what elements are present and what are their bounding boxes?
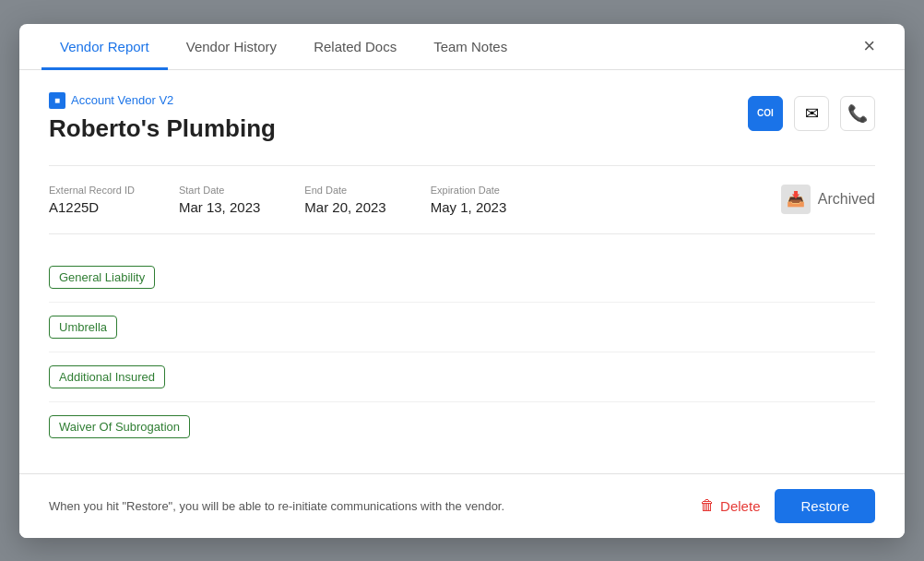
footer-info-text: When you hit "Restore", you will be able…	[49, 499, 685, 513]
end-date-value: Mar 20, 2023	[304, 199, 385, 215]
tag-additional-insured: Additional Insured	[49, 365, 165, 388]
external-record-field: External Record ID A1225D	[49, 185, 135, 215]
divider-2	[49, 233, 875, 234]
end-date-label: End Date	[304, 185, 385, 196]
vendor-report-modal: Vendor Report Vendor History Related Doc…	[19, 24, 905, 538]
tag-row-additional-insured: Additional Insured	[49, 352, 875, 402]
vendor-header: ■ Account Vendor V2 Roberto's Plumbing C…	[49, 92, 875, 147]
vendor-name: Roberto's Plumbing	[49, 114, 276, 143]
mail-icon: ✉	[805, 103, 819, 124]
end-date-field: End Date Mar 20, 2023	[304, 185, 385, 215]
email-button[interactable]: ✉	[794, 96, 829, 131]
tag-row-waiver-of-subrogation: Waiver Of Subrogation	[49, 402, 875, 451]
delete-label: Delete	[720, 498, 760, 514]
external-record-value: A1225D	[49, 199, 135, 215]
tab-team-notes[interactable]: Team Notes	[415, 24, 526, 70]
archived-label: Archived	[818, 191, 875, 208]
trash-icon: 🗑	[700, 497, 715, 514]
tags-section: General Liability Umbrella Additional In…	[49, 253, 875, 451]
document-icon: ■	[49, 92, 65, 109]
modal-body: ■ Account Vendor V2 Roberto's Plumbing C…	[19, 70, 905, 473]
close-button[interactable]: ×	[856, 29, 883, 64]
restore-button[interactable]: Restore	[775, 489, 875, 523]
delete-button[interactable]: 🗑 Delete	[700, 497, 760, 514]
archived-badge: 📥 Archived	[781, 185, 875, 214]
tag-row-umbrella: Umbrella	[49, 303, 875, 352]
phone-button[interactable]: 📞	[840, 96, 875, 131]
tag-waiver-of-subrogation: Waiver Of Subrogation	[49, 415, 190, 438]
dates-row: External Record ID A1225D Start Date Mar…	[49, 185, 875, 215]
action-icons: COI ✉ 📞	[748, 96, 875, 131]
expiration-date-field: Expiration Date May 1, 2023	[431, 185, 507, 215]
start-date-field: Start Date Mar 13, 2023	[179, 185, 260, 215]
tag-row-general-liability: General Liability	[49, 253, 875, 303]
modal-footer: When you hit "Restore", you will be able…	[19, 473, 905, 538]
tag-general-liability: General Liability	[49, 266, 155, 289]
coi-button[interactable]: COI	[748, 96, 783, 131]
coi-label: COI	[757, 108, 774, 118]
vendor-type-label: Account Vendor V2	[71, 93, 173, 107]
divider-1	[49, 165, 875, 166]
start-date-value: Mar 13, 2023	[179, 199, 260, 215]
start-date-label: Start Date	[179, 185, 260, 196]
tab-bar: Vendor Report Vendor History Related Doc…	[19, 24, 905, 70]
expiration-date-label: Expiration Date	[431, 185, 507, 196]
external-record-label: External Record ID	[49, 185, 135, 196]
tag-umbrella: Umbrella	[49, 316, 117, 339]
tab-related-docs[interactable]: Related Docs	[295, 24, 415, 70]
archived-icon: 📥	[781, 185, 811, 214]
vendor-info: ■ Account Vendor V2 Roberto's Plumbing	[49, 92, 276, 147]
tab-vendor-history[interactable]: Vendor History	[168, 24, 295, 70]
vendor-type: ■ Account Vendor V2	[49, 92, 276, 109]
tab-vendor-report[interactable]: Vendor Report	[41, 24, 168, 70]
phone-icon: 📞	[847, 103, 868, 124]
expiration-date-value: May 1, 2023	[431, 199, 507, 215]
